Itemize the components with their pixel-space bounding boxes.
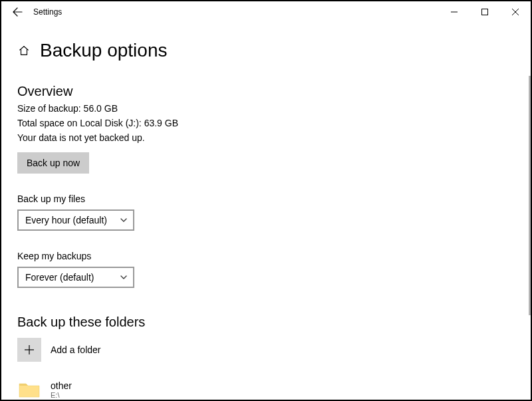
chevron-down-icon	[120, 273, 128, 281]
add-folder-button[interactable]: Add a folder	[17, 336, 515, 363]
title-bar: Settings	[1, 1, 531, 23]
close-icon	[512, 9, 519, 15]
overview-heading: Overview	[17, 84, 515, 99]
minimize-icon	[451, 9, 458, 15]
folders-heading: Back up these folders	[17, 315, 515, 330]
backup-retention-label: Keep my backups	[17, 251, 515, 261]
back-button[interactable]	[1, 1, 33, 23]
page-title: Backup options	[40, 40, 167, 61]
window-title: Settings	[33, 7, 62, 17]
home-icon	[18, 45, 30, 57]
svg-rect-1	[482, 9, 488, 15]
add-folder-label: Add a folder	[51, 344, 101, 356]
backup-frequency-label: Back up my files	[17, 194, 515, 204]
folder-item-text: other E:\	[51, 380, 72, 400]
add-folder-tile	[17, 338, 41, 362]
page-header: Backup options	[17, 40, 515, 61]
maximize-button[interactable]	[469, 1, 500, 23]
backup-now-button[interactable]: Back up now	[17, 152, 89, 174]
home-button[interactable]	[17, 44, 31, 57]
chevron-down-icon	[120, 216, 128, 224]
backup-retention-dropdown[interactable]: Forever (default)	[17, 267, 134, 288]
backup-frequency-dropdown[interactable]: Every hour (default)	[17, 209, 134, 231]
scrollbar[interactable]	[529, 76, 531, 315]
maximize-icon	[481, 9, 488, 15]
plus-icon	[23, 344, 35, 356]
folder-icon	[17, 380, 41, 400]
close-button[interactable]	[500, 1, 531, 23]
folder-item[interactable]: other E:\	[17, 376, 515, 400]
arrow-left-icon	[12, 7, 23, 17]
folder-path: E:\	[51, 391, 72, 399]
backup-frequency-value: Every hour (default)	[25, 215, 107, 225]
content-area: Backup options Overview Size of backup: …	[1, 23, 531, 400]
backup-size-text: Size of backup: 56.0 GB	[17, 103, 515, 114]
disk-space-text: Total space on Local Disk (J:): 63.9 GB	[17, 118, 515, 128]
backup-status-text: Your data is not yet backed up.	[17, 132, 515, 143]
backup-retention-value: Forever (default)	[25, 272, 94, 283]
minimize-button[interactable]	[439, 1, 469, 23]
folder-name: other	[51, 380, 72, 392]
